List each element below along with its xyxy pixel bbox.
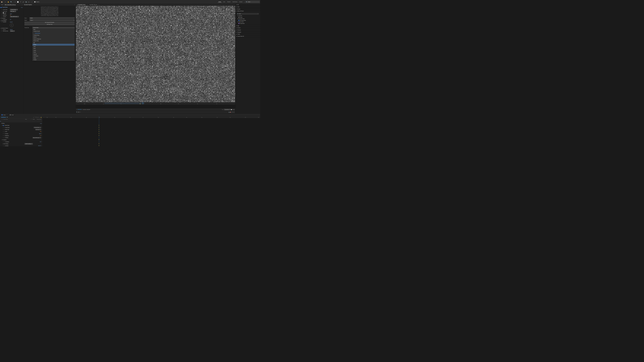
tl-evo-stopwatch[interactable]: ⏱ [3,146,4,146]
tl-graph-btn[interactable]: ⎇ [39,117,40,118]
evolution-stopwatch[interactable]: ⏱ [2,22,2,22]
complexity-value[interactable]: 6.0 [10,19,11,20]
zoom-tool[interactable]: 🔍 [10,1,12,3]
evolution-wheel[interactable] [10,23,13,27]
dropdown-item-subscale[interactable]: Subscale [32,53,74,55]
dropdown-item-terrain[interactable]: Terrain [32,51,74,53]
ep-effect-vr-fractal[interactable]: fx VR Fractal Noise [236,20,259,21]
dropdown-item-small-bumps[interactable]: Small Bumps [32,55,74,57]
eg-name-input[interactable] [30,17,74,19]
dropdown-item-basic[interactable]: Basic [32,28,74,30]
brightness-value[interactable]: 0.0 [10,15,11,16]
paragraph-header[interactable]: Paragraph [236,31,260,33]
tl-fractal-type-dropdown[interactable]: Turbulent Basic [34,127,41,128]
fractal-type-dropdown[interactable]: Turbulent Basic [10,9,18,10]
tl-fractal-noise-row[interactable]: fx Fractal Noise [0,124,42,126]
viewer-tab-comp1[interactable]: ⬛ Composition Comp 1 [76,4,86,5]
tl-collapse-btn[interactable]: # [36,117,36,118]
paint-tool[interactable]: 🖌 [22,1,24,3]
pen-tool[interactable]: ✏ [14,1,16,3]
dropdown-item-cloudy[interactable]: Cloudy [32,49,74,51]
blending-stopwatch[interactable]: ⏱ [2,31,2,31]
tl-motion-blur-btn[interactable]: ⌘ [38,117,39,118]
invert-stopwatch[interactable]: ⏱ [2,12,2,13]
complexity-stopwatch[interactable]: ⏱ [2,19,2,20]
fractal-type-selected[interactable]: Turbulent Basic [32,27,74,28]
dropdown-item-turbulent-sharp[interactable]: Turbulent Sharp [32,34,74,36]
comp1-tab[interactable]: ◻ Comp 1 ☰ [0,114,8,116]
tl-ruler[interactable]: 00s 02s 04s 06s 08s 10s 12s 14s 16s 18s … [42,116,260,118]
dropdown-item-dynamic[interactable]: Dynamic [32,36,74,38]
tl-nt-stopwatch[interactable]: ⏱ [3,129,4,130]
dropdown-item-rocky[interactable]: Rocky [32,47,74,49]
contrast-value[interactable]: 100.0 [10,13,12,14]
tl-lock-btn[interactable]: 🔒 [40,117,42,118]
shape-layer-tool[interactable]: ⬦ [30,1,33,3]
tl-time-search[interactable]: 🔍 [7,117,8,118]
camera-tool[interactable]: 📷 [25,1,27,3]
workspace-tab-smallscreen[interactable]: Small Screen [232,1,238,3]
noise-type-stopwatch[interactable]: ⏱ [2,11,2,12]
ep-group-generate[interactable]: Generate [236,15,259,16]
tracker-header[interactable]: Tracker [236,33,260,35]
hand-tool[interactable]: ✋ [7,1,10,3]
dropdown-item-strings[interactable]: Strings [32,57,74,59]
opacity-stopwatch[interactable]: ⏱ [2,29,2,30]
tl-inv-stopwatch[interactable]: ⏱ [3,131,4,132]
snapping-checkbox[interactable] [34,1,36,2]
shape-tool[interactable]: ⬜ [16,1,19,3]
tl-con-stopwatch[interactable]: ⏱ [3,133,4,134]
viewer-ruler[interactable]: 0:00s 02s 04s 06s 08s 10s 12s 14s [76,102,235,104]
caf-header[interactable]: Content-Aware Fill [236,35,260,37]
contrast-stopwatch[interactable]: ⏱ [2,13,2,14]
tl-cplx-stopwatch[interactable]: ⏱ [3,141,4,142]
overflow-dropdown[interactable]: Allow HDR Results [10,16,19,17]
workspace-tab-learn[interactable]: Learn [222,1,226,3]
ep-effect-fractal[interactable]: fx Fractal [236,16,259,18]
audio-header[interactable]: Audio [236,6,260,8]
dropdown-item-dynamic-progressive[interactable]: Dynamic Progressive [32,38,74,40]
blending-dropdown[interactable]: Normal [10,30,15,32]
ep-group-noise-grain[interactable]: Noise & Grain [236,21,259,23]
text-tool[interactable]: T [19,1,22,3]
arrow-tool[interactable]: ↖ [4,1,7,3]
tl-transform-row[interactable]: Transform [0,139,42,141]
workspace-overflow[interactable]: » [244,1,245,2]
effects-presets-header[interactable]: Effects & Presets [236,10,260,12]
solo-props-button[interactable]: Solo Supported Properties [24,22,75,23]
tl-aa-btn[interactable]: fx [36,117,37,118]
libraries-header[interactable]: Libraries [236,27,260,29]
workspace-tab-standard[interactable]: Standard [226,1,232,3]
reset-button[interactable]: Reset [21,7,23,8]
evolution-options-section[interactable]: Evolution Options [0,27,23,29]
dropdown-item-smeary[interactable]: Smeary [32,44,74,46]
tab-effect-controls[interactable]: Effect Controls IMG_1431.mov [4,4,16,5]
vc-view-select[interactable]: Fractal Noise [224,109,230,110]
null-tool[interactable]: ⊕ [28,1,30,3]
eg-master-select[interactable]: Comp 1 [30,19,74,21]
transform-section[interactable]: Transform [0,17,23,19]
comp2-tab[interactable]: ◻ Comp 2 [9,114,15,116]
tl-solo-btn[interactable]: ◎ [33,117,34,118]
invert-checkbox[interactable] [3,12,4,13]
tl-overflow-dropdown[interactable]: Allow HDR Results [33,137,41,138]
vc2-camera-icon[interactable]: 📷 [228,112,230,113]
viewer-comp-close[interactable]: ✕ [87,4,88,5]
dropdown-item-turbulent-basic[interactable]: ✓Turbulent Basic [32,32,74,34]
opacity-value[interactable]: 100.0% [10,29,13,30]
tab-project[interactable]: Project [1,4,4,5]
tl-ov-stopwatch[interactable]: ⏱ [3,137,4,138]
noise-type-dropdown[interactable]: Soft Linear [10,11,16,12]
vc2-zoom-value[interactable]: 100% [78,112,80,113]
character-header[interactable]: Character [236,29,260,31]
evolution-value[interactable]: 0x+0.0° [10,22,13,22]
effects-reset[interactable]: Reset [40,123,42,124]
workspace-tab-libraries[interactable]: Libraries [238,1,243,3]
sub-settings-section[interactable]: Sub Settings [0,20,23,22]
preview-header[interactable]: Preview [236,8,260,10]
add-formatting-btn[interactable]: Add Formatting ▼ [24,143,33,145]
ep-search-clear[interactable]: × [258,13,258,14]
global-search-input[interactable] [247,1,259,2]
render-checkbox[interactable] [231,109,232,110]
ep-group-immersive[interactable]: Immersive Video [236,18,259,20]
